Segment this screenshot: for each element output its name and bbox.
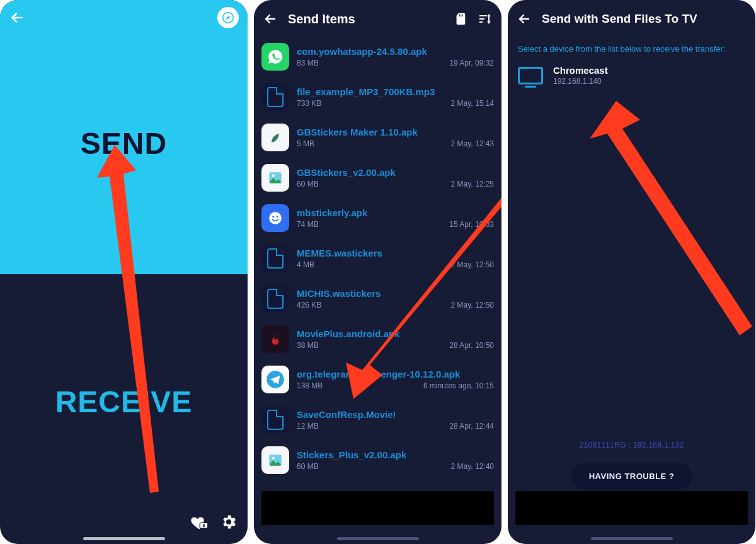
- svg-point-6: [269, 212, 282, 224]
- device-name: Chromecast: [553, 65, 608, 76]
- flame-icon: [261, 325, 289, 353]
- file-row[interactable]: GBStickers Maker 1.10.apk5 MB2 May, 12:4…: [254, 119, 501, 159]
- file-row[interactable]: MEMES.wastickers4 MB2 May, 12:50: [254, 240, 501, 280]
- file-date: 6 minutes ago, 10:15: [423, 381, 494, 390]
- file-date: 2 May, 12:25: [451, 180, 494, 188]
- file-size: 733 KB: [297, 99, 321, 108]
- file-name: MoviePlus.android.apk: [297, 328, 494, 339]
- gesture-bar: [83, 537, 165, 540]
- file-size: 60 MB: [297, 180, 319, 188]
- file-size: 12 MB: [297, 422, 319, 431]
- file-date: 2 May, 12:40: [451, 462, 494, 471]
- file-row[interactable]: MoviePlus.android.apk38 MB28 Apr, 10:50: [254, 320, 501, 361]
- file-icon: [261, 245, 289, 272]
- header: Send with Send Files To TV: [508, 0, 755, 38]
- file-date: 2 May, 12:50: [451, 260, 494, 269]
- file-size: 426 KB: [297, 301, 321, 310]
- file-row[interactable]: Stickers_Plus_v2.00.apk60 MB2 May, 12:40: [254, 441, 501, 482]
- file-date: 28 Apr, 12:44: [449, 422, 494, 431]
- leaf-icon: [261, 124, 289, 151]
- header: Send Items: [254, 0, 501, 38]
- file-date: 19 Apr, 09:32: [449, 59, 494, 67]
- telegram-icon: [261, 366, 289, 393]
- annotation-arrow: [590, 101, 755, 340]
- file-row[interactable]: org.telegram.messenger-10.12.0.apk138 MB…: [254, 361, 501, 401]
- svg-point-7: [272, 216, 274, 217]
- screen-send-items: Send Items com.yowhatsapp-24.5.80.apk83 …: [254, 0, 501, 544]
- file-icon: [261, 285, 289, 313]
- file-row[interactable]: mbstickerly.apk74 MB15 Apr, 10:33: [254, 199, 501, 240]
- file-name: file_example_MP3_700KB.mp3: [297, 86, 494, 97]
- file-size: 74 MB: [297, 220, 319, 229]
- file-row[interactable]: MICHIS.wastickers426 KB2 May, 12:50: [254, 280, 501, 320]
- photo-icon: [261, 446, 289, 474]
- file-size: 38 MB: [297, 341, 319, 350]
- file-date: 2 May, 12:43: [451, 139, 494, 148]
- back-icon[interactable]: [263, 11, 278, 26]
- file-row[interactable]: SaveConfResp.Movie!12 MB28 Apr, 12:44: [254, 401, 501, 441]
- settings-icon[interactable]: [220, 513, 238, 531]
- file-date: 15 Apr, 10:33: [449, 220, 494, 229]
- file-row[interactable]: GBStickers_v2.00.apk60 MB2 May, 12:25: [254, 159, 501, 199]
- screen-home: SEND RECEIVE $: [0, 0, 248, 544]
- bottom-actions: $: [190, 512, 238, 531]
- file-size: 4 MB: [297, 260, 314, 269]
- having-trouble-button[interactable]: HAVING TROUBLE ?: [571, 463, 692, 490]
- file-date: 2 May, 12:50: [451, 301, 494, 310]
- device-item[interactable]: Chromecast 192.168.1.140: [508, 62, 755, 92]
- file-size: 60 MB: [297, 462, 319, 471]
- smiley-icon: [261, 204, 289, 232]
- file-size: 83 MB: [297, 59, 319, 67]
- file-name: Stickers_Plus_v2.00.apk: [297, 449, 494, 460]
- self-device-id: 21081111RG : 192.168.1.132: [508, 441, 755, 449]
- file-row[interactable]: file_example_MP3_700KB.mp3733 KB2 May, 1…: [254, 78, 501, 119]
- file-name: MEMES.wastickers: [297, 248, 494, 258]
- file-date: 2 May, 15:14: [451, 99, 494, 108]
- svg-point-5: [272, 175, 275, 177]
- send-panel[interactable]: SEND: [0, 0, 248, 274]
- compass-icon[interactable]: [217, 7, 239, 28]
- file-icon: [261, 406, 289, 434]
- file-name: com.yowhatsapp-24.5.80.apk: [297, 46, 494, 57]
- file-list: com.yowhatsapp-24.5.80.apk83 MB19 Apr, 0…: [254, 38, 501, 523]
- svg-marker-13: [590, 101, 752, 335]
- donate-icon[interactable]: $: [190, 512, 209, 531]
- photo-icon: [261, 164, 289, 192]
- send-label[interactable]: SEND: [0, 126, 248, 161]
- file-name: SaveConfResp.Movie!: [297, 409, 494, 420]
- file-size: 138 MB: [297, 381, 323, 390]
- file-icon: [261, 83, 289, 111]
- whatsapp-icon: [261, 43, 289, 71]
- file-size: 5 MB: [297, 139, 314, 148]
- screen-select-device: Send with Send Files To TV Select a devi…: [508, 0, 755, 544]
- file-row[interactable]: com.yowhatsapp-24.5.80.apk83 MB19 Apr, 0…: [254, 38, 501, 78]
- receive-label[interactable]: RECEIVE: [0, 385, 248, 419]
- svg-point-8: [277, 216, 278, 217]
- file-name: GBStickers Maker 1.10.apk: [297, 127, 494, 137]
- sort-icon[interactable]: [478, 11, 493, 26]
- file-name: MICHIS.wastickers: [297, 288, 494, 299]
- file-name: org.telegram.messenger-10.12.0.apk: [297, 369, 494, 379]
- page-title: Send Items: [288, 12, 444, 26]
- ad-banner[interactable]: [261, 491, 494, 525]
- back-icon[interactable]: [9, 9, 25, 26]
- ad-banner[interactable]: [515, 491, 748, 525]
- file-date: 28 Apr, 10:50: [449, 341, 494, 350]
- back-icon[interactable]: [517, 11, 532, 26]
- file-name: mbstickerly.apk: [297, 207, 494, 218]
- gesture-bar: [337, 537, 419, 540]
- file-name: GBStickers_v2.00.apk: [297, 167, 494, 178]
- sdcard-icon[interactable]: [454, 12, 467, 26]
- device-ip: 192.168.1.140: [553, 77, 608, 86]
- tv-icon: [518, 67, 543, 84]
- page-title: Send with Send Files To TV: [542, 12, 697, 26]
- gesture-bar: [591, 537, 673, 540]
- instruction-text: Select a device from the list below to r…: [508, 38, 755, 62]
- svg-point-11: [272, 457, 275, 460]
